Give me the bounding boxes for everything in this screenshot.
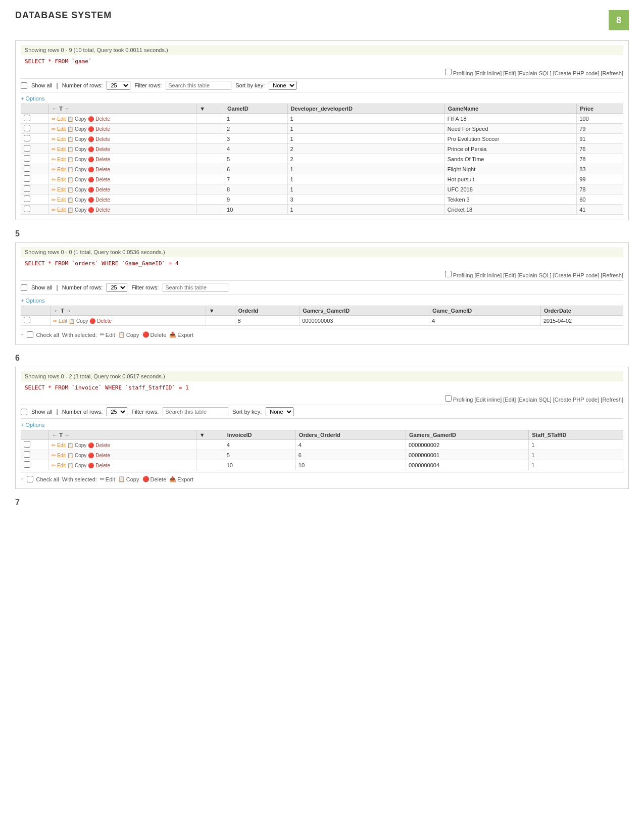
row-check[interactable] bbox=[21, 450, 49, 460]
copy-btn[interactable]: 📋 Copy bbox=[69, 318, 88, 324]
row-checkbox[interactable] bbox=[24, 145, 30, 152]
copy-btn[interactable]: 📋 Copy bbox=[67, 126, 86, 132]
check-all-5[interactable] bbox=[27, 331, 33, 338]
col-gameid[interactable]: GameID bbox=[224, 104, 288, 114]
edit-btn[interactable]: ✏ Edit bbox=[52, 463, 66, 468]
row-check[interactable] bbox=[21, 440, 49, 450]
col-gamers-gamerid[interactable]: Gamers_GamerID bbox=[406, 430, 528, 440]
edit-btn[interactable]: ✏ Edit bbox=[52, 207, 66, 213]
copy-btn[interactable]: 📋 Copy bbox=[67, 146, 86, 152]
profiling-checkbox-6[interactable] bbox=[445, 395, 452, 402]
col-orders-orderid[interactable]: Orders_OrderId bbox=[295, 430, 406, 440]
row-checkbox[interactable] bbox=[24, 155, 30, 162]
options-row-1[interactable]: + Options bbox=[21, 94, 623, 103]
edit-inline-link-6[interactable]: [Edit inline] bbox=[474, 397, 502, 403]
show-all-checkbox-5[interactable] bbox=[21, 284, 27, 291]
copy-btn[interactable]: 📋 Copy bbox=[67, 157, 86, 162]
bottom-delete-6[interactable]: 🔴 Delete bbox=[142, 476, 167, 482]
delete-btn[interactable]: 🔴 Delete bbox=[89, 318, 112, 324]
delete-btn[interactable]: 🔴 Delete bbox=[88, 126, 110, 132]
edit-btn[interactable]: ✏ Edit bbox=[52, 126, 66, 132]
row-check[interactable] bbox=[21, 134, 49, 144]
row-check[interactable] bbox=[21, 164, 49, 174]
explain-sql-link-1[interactable]: [Explain SQL] bbox=[517, 70, 551, 76]
refresh-link-6[interactable]: [Refresh] bbox=[601, 397, 623, 403]
edit-btn[interactable]: ✏ Edit bbox=[52, 157, 66, 162]
show-all-checkbox-1[interactable] bbox=[21, 82, 27, 89]
edit-btn[interactable]: ✏ Edit bbox=[52, 167, 66, 172]
row-check[interactable] bbox=[21, 144, 49, 154]
options-row-6[interactable]: + Options bbox=[21, 421, 623, 429]
row-check[interactable] bbox=[21, 124, 49, 134]
row-checkbox[interactable] bbox=[24, 175, 30, 182]
edit-btn[interactable]: ✏ Edit bbox=[53, 318, 67, 324]
delete-btn[interactable]: 🔴 Delete bbox=[88, 463, 110, 468]
copy-btn[interactable]: 📋 Copy bbox=[67, 463, 86, 468]
filter-input-1[interactable] bbox=[166, 81, 231, 90]
edit-link-5[interactable]: [Edit] bbox=[503, 272, 516, 278]
edit-inline-link-5[interactable]: [Edit inline] bbox=[474, 272, 502, 278]
delete-btn[interactable]: 🔴 Delete bbox=[88, 136, 110, 142]
profiling-checkbox-1[interactable] bbox=[445, 69, 452, 75]
copy-btn[interactable]: 📋 Copy bbox=[67, 207, 86, 213]
row-check[interactable] bbox=[21, 194, 49, 205]
create-php-link-6[interactable]: [Create PHP code] bbox=[553, 397, 600, 403]
check-all-6[interactable] bbox=[27, 476, 33, 482]
explain-sql-link-6[interactable]: [Explain SQL] bbox=[517, 397, 551, 403]
row-checkbox[interactable] bbox=[24, 451, 30, 458]
bottom-edit-5[interactable]: ✏ Edit bbox=[100, 331, 115, 338]
edit-btn[interactable]: ✏ Edit bbox=[52, 116, 66, 122]
bottom-edit-6[interactable]: ✏ Edit bbox=[100, 476, 115, 482]
row-checkbox[interactable] bbox=[24, 115, 30, 121]
copy-btn[interactable]: 📋 Copy bbox=[67, 136, 86, 142]
options-row-5[interactable]: + Options bbox=[21, 297, 623, 305]
copy-btn[interactable]: 📋 Copy bbox=[67, 453, 86, 458]
col-gamename[interactable]: GameName bbox=[444, 104, 577, 114]
edit-btn[interactable]: ✏ Edit bbox=[52, 187, 66, 192]
refresh-link-1[interactable]: [Refresh] bbox=[601, 70, 623, 76]
row-check[interactable] bbox=[21, 460, 49, 470]
delete-btn[interactable]: 🔴 Delete bbox=[88, 453, 110, 458]
row-checkbox[interactable] bbox=[24, 165, 30, 172]
row-checkbox[interactable] bbox=[24, 195, 30, 202]
num-rows-select-1[interactable]: 25 50 100 bbox=[107, 81, 130, 90]
edit-link-6[interactable]: [Edit] bbox=[503, 397, 516, 403]
col-price[interactable]: Price bbox=[577, 104, 623, 114]
bottom-copy-6[interactable]: 📋 Copy bbox=[118, 476, 139, 482]
col-orderdate[interactable]: OrderDate bbox=[540, 306, 623, 316]
delete-btn[interactable]: 🔴 Delete bbox=[88, 116, 110, 122]
delete-btn[interactable]: 🔴 Delete bbox=[88, 177, 110, 182]
delete-btn[interactable]: 🔴 Delete bbox=[88, 146, 110, 152]
copy-btn[interactable]: 📋 Copy bbox=[67, 177, 86, 182]
col-gamer-id[interactable]: Gamers_GamerID bbox=[300, 306, 429, 316]
row-check[interactable] bbox=[21, 174, 49, 184]
row-checkbox[interactable] bbox=[24, 185, 30, 192]
filter-input-6[interactable] bbox=[163, 407, 228, 416]
copy-btn[interactable]: 📋 Copy bbox=[67, 187, 86, 192]
delete-btn[interactable]: 🔴 Delete bbox=[88, 197, 110, 203]
delete-btn[interactable]: 🔴 Delete bbox=[88, 207, 110, 213]
col-game-id[interactable]: Game_GameID bbox=[429, 306, 540, 316]
explain-sql-link-5[interactable]: [Explain SQL] bbox=[517, 272, 551, 278]
col-orderid[interactable]: OrderId bbox=[235, 306, 300, 316]
edit-btn[interactable]: ✏ Edit bbox=[52, 146, 66, 152]
row-checkbox[interactable] bbox=[24, 461, 30, 468]
row-check[interactable] bbox=[21, 205, 49, 215]
col-invoiceid[interactable]: InvoiceID bbox=[224, 430, 295, 440]
row-checkbox[interactable] bbox=[24, 135, 30, 141]
create-php-link-1[interactable]: [Create PHP code] bbox=[553, 70, 600, 76]
num-rows-select-6[interactable]: 25 bbox=[107, 407, 127, 416]
row-check[interactable] bbox=[21, 114, 49, 124]
col-staff-staffid[interactable]: Staff_STaffID bbox=[529, 430, 623, 440]
bottom-export-6[interactable]: 📤 Export bbox=[169, 476, 193, 482]
col-devid[interactable]: Developer_developerID bbox=[287, 104, 444, 114]
row-checkbox[interactable] bbox=[24, 441, 30, 448]
row-checkbox[interactable] bbox=[24, 317, 30, 323]
copy-btn[interactable]: 📋 Copy bbox=[67, 167, 86, 172]
edit-inline-link-1[interactable]: [Edit inline] bbox=[474, 70, 502, 76]
sort-by-select-6[interactable]: None bbox=[266, 407, 293, 416]
bottom-export-5[interactable]: 📤 Export bbox=[169, 331, 193, 338]
copy-btn[interactable]: 📋 Copy bbox=[67, 197, 86, 203]
bottom-copy-5[interactable]: 📋 Copy bbox=[118, 331, 139, 338]
edit-btn[interactable]: ✏ Edit bbox=[52, 453, 66, 458]
